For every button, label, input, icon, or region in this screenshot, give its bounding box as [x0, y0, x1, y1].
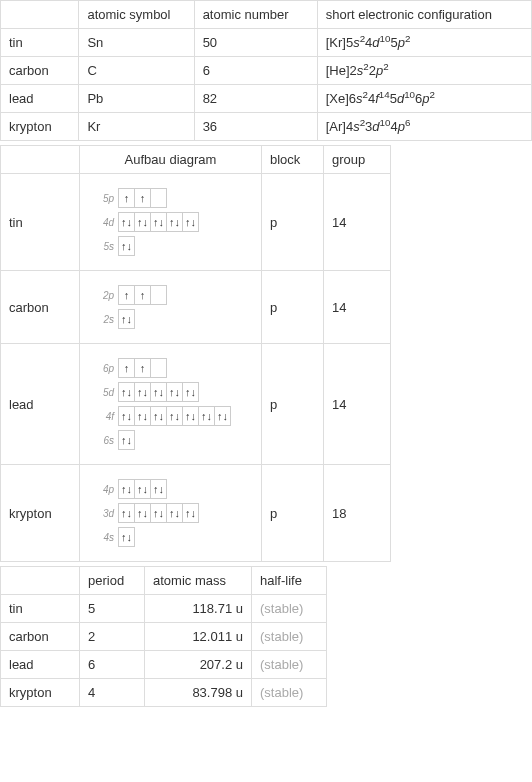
- orbital-row: 6p↑↑: [96, 358, 245, 378]
- table-row: carbon212.011 u(stable): [1, 623, 327, 651]
- atomic-mass: 118.71 u: [145, 595, 252, 623]
- header-atomic-number: atomic number: [194, 1, 317, 29]
- orbital-row: 5s↑↓: [96, 236, 245, 256]
- block: p: [262, 465, 324, 562]
- element-name: tin: [1, 595, 80, 623]
- empty-header: [1, 146, 80, 174]
- block: p: [262, 271, 324, 344]
- orbital-label: 4f: [96, 411, 114, 422]
- header-block: block: [262, 146, 324, 174]
- period: 4: [80, 679, 145, 707]
- atomic-number: 6: [194, 57, 317, 85]
- orbital-row: 2s↑↓: [96, 309, 245, 329]
- table-row: carbonC6[He]2s22p2: [1, 57, 532, 85]
- element-symbol: Kr: [79, 113, 194, 141]
- orbital-row: 2p↑↑: [96, 285, 245, 305]
- orbital-box: ↑: [118, 188, 135, 208]
- table-header-row: atomic symbol atomic number short electr…: [1, 1, 532, 29]
- orbital-label: 4s: [96, 532, 114, 543]
- electron-config: [Ar]4s23d104p6: [317, 113, 531, 141]
- header-period: period: [80, 567, 145, 595]
- group: 18: [324, 465, 391, 562]
- orbital-row: 5p↑↑: [96, 188, 245, 208]
- table-header-row: period atomic mass half-life: [1, 567, 327, 595]
- orbital-row: 6s↑↓: [96, 430, 245, 450]
- atomic-number: 50: [194, 29, 317, 57]
- orbital-box: ↑↓: [118, 430, 135, 450]
- half-life: (stable): [252, 595, 327, 623]
- orbital-boxes: ↑↓↑↓↑↓↑↓↑↓: [118, 503, 198, 523]
- block: p: [262, 174, 324, 271]
- atomic-mass: 83.798 u: [145, 679, 252, 707]
- orbital-row: 4p↑↓↑↓↑↓: [96, 479, 245, 499]
- orbital-label: 6p: [96, 363, 114, 374]
- element-name: krypton: [1, 113, 79, 141]
- atomic-mass: 12.011 u: [145, 623, 252, 651]
- element-name: tin: [1, 29, 79, 57]
- orbital-box: ↑↓: [150, 479, 167, 499]
- aufbau-cell: 6p↑↑5d↑↓↑↓↑↓↑↓↑↓4f↑↓↑↓↑↓↑↓↑↓↑↓↑↓6s↑↓: [80, 344, 262, 465]
- atomic-number: 82: [194, 85, 317, 113]
- orbital-label: 2p: [96, 290, 114, 301]
- empty-header: [1, 567, 80, 595]
- group: 14: [324, 174, 391, 271]
- table-row: krypton483.798 u(stable): [1, 679, 327, 707]
- orbital-box: ↑↓: [134, 212, 151, 232]
- orbital-label: 4p: [96, 484, 114, 495]
- orbital-box: ↑↓: [118, 236, 135, 256]
- orbital-box: [150, 188, 167, 208]
- element-symbol: Pb: [79, 85, 194, 113]
- orbital-box: ↑↓: [118, 503, 135, 523]
- orbital-box: ↑↓: [134, 382, 151, 402]
- element-name: krypton: [1, 465, 80, 562]
- orbital-boxes: ↑↓: [118, 527, 134, 547]
- element-name: lead: [1, 344, 80, 465]
- orbital-label: 5s: [96, 241, 114, 252]
- orbital-boxes: ↑↓↑↓↑↓↑↓↑↓: [118, 382, 198, 402]
- atomic-mass: 207.2 u: [145, 651, 252, 679]
- element-name: tin: [1, 174, 80, 271]
- orbital-boxes: ↑↓↑↓↑↓: [118, 479, 166, 499]
- element-name: carbon: [1, 623, 80, 651]
- orbital-label: 2s: [96, 314, 114, 325]
- electron-config: [Kr]5s24d105p2: [317, 29, 531, 57]
- table-row: leadPb82[Xe]6s24f145d106p2: [1, 85, 532, 113]
- orbital-box: ↑↓: [182, 406, 199, 426]
- half-life: (stable): [252, 679, 327, 707]
- table-row: tinSn50[Kr]5s24d105p2: [1, 29, 532, 57]
- orbital-label: 5p: [96, 193, 114, 204]
- orbital-label: 4d: [96, 217, 114, 228]
- table-row: tin5p↑↑4d↑↓↑↓↑↓↑↓↑↓5s↑↓p14: [1, 174, 391, 271]
- header-mass: atomic mass: [145, 567, 252, 595]
- orbital-box: ↑: [134, 285, 151, 305]
- orbital-box: ↑↓: [118, 527, 135, 547]
- orbital-boxes: ↑↓: [118, 309, 134, 329]
- table-row: krypton4p↑↓↑↓↑↓3d↑↓↑↓↑↓↑↓↑↓4s↑↓p18: [1, 465, 391, 562]
- aufbau-cell: 5p↑↑4d↑↓↑↓↑↓↑↓↑↓5s↑↓: [80, 174, 262, 271]
- orbital-row: 4s↑↓: [96, 527, 245, 547]
- period: 6: [80, 651, 145, 679]
- orbital-box: ↑↓: [118, 382, 135, 402]
- orbital-row: 3d↑↓↑↓↑↓↑↓↑↓: [96, 503, 245, 523]
- electron-config: [Xe]6s24f145d106p2: [317, 85, 531, 113]
- orbital-box: ↑: [134, 358, 151, 378]
- orbital-boxes: ↑↑: [118, 285, 166, 305]
- element-symbol: C: [79, 57, 194, 85]
- orbital-box: ↑↓: [118, 309, 135, 329]
- header-aufbau: Aufbau diagram: [80, 146, 262, 174]
- orbital-box: ↑↓: [118, 406, 135, 426]
- element-name: lead: [1, 651, 80, 679]
- group: 14: [324, 271, 391, 344]
- orbital-box: [150, 358, 167, 378]
- orbital-label: 3d: [96, 508, 114, 519]
- orbital-box: ↑: [118, 358, 135, 378]
- block: p: [262, 344, 324, 465]
- element-name: krypton: [1, 679, 80, 707]
- orbital-box: [150, 285, 167, 305]
- orbital-box: ↑↓: [166, 382, 183, 402]
- orbital-boxes: ↑↓: [118, 430, 134, 450]
- element-name: carbon: [1, 57, 79, 85]
- orbital-box: ↑↓: [198, 406, 215, 426]
- table-atomic-info: atomic symbol atomic number short electr…: [0, 0, 532, 141]
- orbital-boxes: ↑↑: [118, 358, 166, 378]
